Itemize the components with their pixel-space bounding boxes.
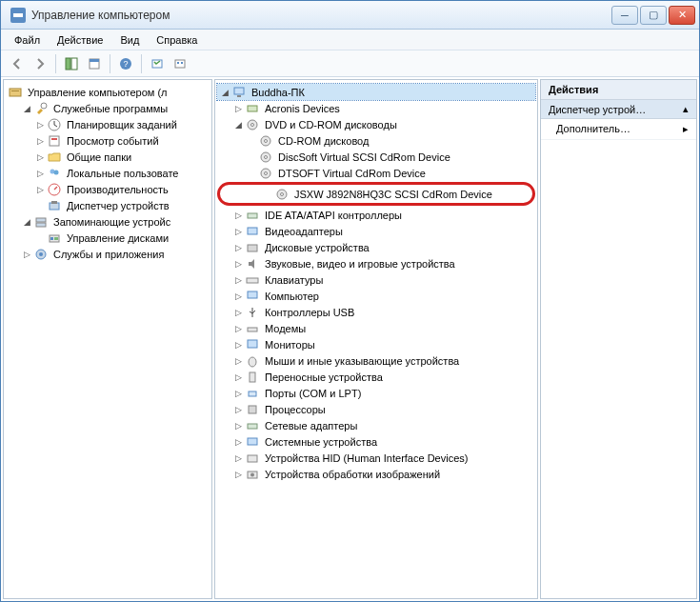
tree-event-viewer[interactable]: ▷Просмотр событий <box>6 132 210 149</box>
svg-rect-11 <box>11 90 19 91</box>
expand-icon[interactable]: ▷ <box>232 274 244 286</box>
tree-local-users[interactable]: ▷Локальные пользовате <box>6 165 210 181</box>
tree-computer-root[interactable]: ◢Buddha-ПК <box>217 84 535 100</box>
tree-jsxw[interactable]: JSXW J892N8HQ3C SCSI CdRom Device <box>226 186 527 202</box>
maximize-button[interactable]: ▢ <box>640 6 667 25</box>
svg-rect-0 <box>66 58 70 70</box>
actions-more[interactable]: Дополнитель… ▸ <box>541 119 696 140</box>
mid-pane[interactable]: ◢Buddha-ПК ▷Acronis Devices ◢DVD и CD-RO… <box>214 79 538 599</box>
left-pane[interactable]: Управление компьютером (л ◢Служебные про… <box>3 79 212 599</box>
svg-rect-7 <box>175 60 185 68</box>
expand-icon[interactable]: ▷ <box>21 249 32 260</box>
tree-ide[interactable]: ▷IDE ATA/ATAPI контроллеры <box>217 207 535 223</box>
expand-icon[interactable]: ▷ <box>232 307 244 318</box>
expand-icon[interactable]: ▷ <box>232 436 244 448</box>
menu-file[interactable]: Файл <box>7 32 48 48</box>
expand-icon[interactable]: ▷ <box>34 184 46 195</box>
tree-discsoft[interactable]: DiscSoft Virtual SCSI CdRom Device <box>217 149 535 165</box>
help-button[interactable]: ? <box>115 53 136 74</box>
tree-root[interactable]: Управление компьютером (л <box>6 84 210 100</box>
tree-mouse[interactable]: ▷Мыши и иные указывающие устройства <box>217 352 535 369</box>
expand-icon[interactable]: ▷ <box>232 242 244 253</box>
svg-rect-46 <box>248 328 257 331</box>
tree-device-manager[interactable]: Диспетчер устройств <box>6 197 210 213</box>
back-button[interactable] <box>7 53 28 74</box>
chevron-right-icon: ▸ <box>683 123 689 135</box>
tree-disk[interactable]: ▷Дисковые устройства <box>217 239 535 255</box>
tree-acronis[interactable]: ▷Acronis Devices <box>217 100 535 116</box>
expand-icon[interactable]: ▷ <box>34 135 46 147</box>
expand-icon[interactable]: ▷ <box>232 103 244 114</box>
tree-imaging2[interactable]: ▷Устройства обработки изображений <box>217 466 535 482</box>
tree-video[interactable]: ▷Видеоадаптеры <box>217 223 535 239</box>
tree-modem[interactable]: ▷Модемы <box>217 320 535 336</box>
svg-rect-54 <box>248 455 257 462</box>
collapse-icon[interactable]: ◢ <box>219 87 230 98</box>
expand-icon[interactable]: ▷ <box>34 119 46 130</box>
show-hide-tree-button[interactable] <box>61 53 82 74</box>
disk-icon <box>245 240 260 255</box>
tree-computer[interactable]: ▷Компьютер <box>217 288 535 304</box>
expand-icon[interactable]: ▷ <box>232 226 244 237</box>
expand-icon[interactable]: ▷ <box>232 388 244 399</box>
titlebar: Управление компьютером ─ ▢ ✕ <box>1 1 699 30</box>
svg-rect-22 <box>36 223 46 227</box>
tree-cdrom[interactable]: CD-ROM дисковод <box>217 132 535 149</box>
collapse-icon[interactable]: ◢ <box>21 216 32 228</box>
tree-shared-folders[interactable]: ▷Общие папки <box>6 149 210 165</box>
tree-services-apps[interactable]: ▷Службы и приложения <box>6 246 210 262</box>
tree-cpu[interactable]: ▷Процессоры <box>217 401 535 417</box>
minimize-button[interactable]: ─ <box>611 6 638 25</box>
svg-point-56 <box>250 472 254 476</box>
expand-icon[interactable]: ▷ <box>232 258 244 270</box>
tree-system-tools[interactable]: ◢Служебные программы <box>6 100 210 116</box>
svg-rect-52 <box>248 424 257 429</box>
tree-dtsoft[interactable]: DTSOFT Virtual CdRom Device <box>217 165 535 181</box>
scan-button[interactable] <box>147 53 168 74</box>
menu-help[interactable]: Справка <box>149 32 205 48</box>
tree-monitor[interactable]: ▷Мониторы <box>217 336 535 352</box>
expand-icon[interactable]: ▷ <box>232 323 244 334</box>
tree-disk-mgmt[interactable]: Управление дисками <box>6 230 210 246</box>
actions-more-label: Дополнитель… <box>556 123 630 135</box>
tree-hid[interactable]: ▷Устройства HID (Human Interface Devices… <box>217 450 535 466</box>
tree-task-scheduler[interactable]: ▷Планировщик заданий <box>6 116 210 132</box>
forward-button[interactable] <box>30 53 50 74</box>
tree-dvd-cd[interactable]: ◢DVD и CD-ROM дисководы <box>217 116 535 132</box>
menu-action[interactable]: Действие <box>50 32 110 48</box>
expand-icon[interactable]: ▷ <box>232 339 244 351</box>
expand-icon[interactable]: ▷ <box>232 469 244 480</box>
menubar: Файл Действие Вид Справка <box>1 30 699 50</box>
expand-icon[interactable]: ▷ <box>232 452 244 464</box>
tree-sound[interactable]: ▷Звуковые, видео и игровые устройства <box>217 255 535 271</box>
expand-icon[interactable]: ▷ <box>232 210 244 221</box>
close-button[interactable]: ✕ <box>669 6 695 25</box>
collapse-icon[interactable]: ◢ <box>21 103 32 114</box>
tree-performance[interactable]: ▷Производительность <box>6 181 210 197</box>
expand-icon[interactable]: ▷ <box>232 420 244 431</box>
cpu-icon <box>245 402 260 417</box>
tree-ports[interactable]: ▷Порты (COM и LPT) <box>217 385 535 401</box>
collapse-icon[interactable]: ◢ <box>232 119 244 130</box>
properties-button[interactable] <box>84 53 105 74</box>
expand-icon[interactable]: ▷ <box>232 371 244 383</box>
svg-rect-30 <box>248 106 257 111</box>
expand-icon[interactable]: ▷ <box>232 404 244 415</box>
svg-rect-51 <box>249 406 256 413</box>
tree-imaging[interactable]: ▷Переносные устройства <box>217 369 535 385</box>
users-icon <box>47 166 62 181</box>
actions-header: Действия <box>541 80 696 100</box>
svg-point-34 <box>265 139 268 142</box>
tree-network[interactable]: ▷Сетевые адаптеры <box>217 417 535 433</box>
tree-usb[interactable]: ▷Контроллеры USB <box>217 304 535 320</box>
expand-icon[interactable]: ▷ <box>34 168 46 179</box>
menu-view[interactable]: Вид <box>112 32 147 48</box>
expand-icon[interactable]: ▷ <box>232 355 244 367</box>
expand-icon[interactable]: ▷ <box>232 291 244 302</box>
tree-keyboard[interactable]: ▷Клавиатуры <box>217 271 535 288</box>
tree-storage[interactable]: ◢Запоминающие устройс <box>6 213 210 230</box>
view-button[interactable] <box>170 53 190 74</box>
actions-subheader[interactable]: Диспетчер устрой… ▴ <box>541 100 696 119</box>
tree-system[interactable]: ▷Системные устройства <box>217 433 535 450</box>
expand-icon[interactable]: ▷ <box>34 151 46 163</box>
